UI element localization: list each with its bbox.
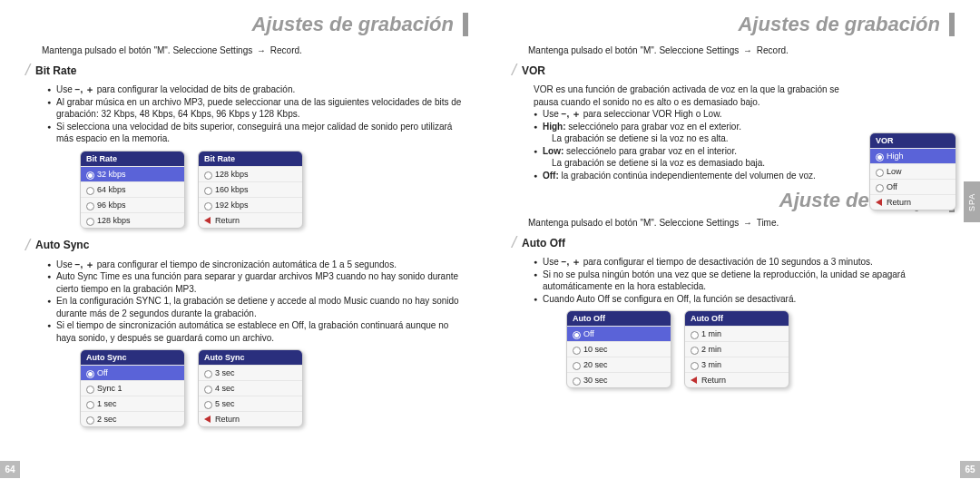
- menu-item: 1 min: [685, 326, 789, 341]
- section-heading: / Bit Rate: [25, 61, 468, 80]
- menu-item: 20 sec: [567, 357, 671, 372]
- menu-item: 64 kbps: [81, 181, 184, 197]
- section-heading: / Auto Off: [512, 233, 955, 252]
- menu-item: Off: [870, 179, 956, 194]
- bullet-list: Use para configurar el tiempo de sincron…: [47, 259, 468, 345]
- menu-row: Auto SyncOffSync 11 sec2 secAuto Sync3 s…: [80, 349, 468, 427]
- menu-item: High: [870, 148, 956, 163]
- menu-header: Auto Sync: [81, 350, 184, 365]
- minus-plus-icon: [75, 84, 94, 94]
- section-heading: / VOR: [512, 61, 955, 80]
- section-heading: / Auto Sync: [25, 236, 468, 255]
- bullet-list: Use para seleccionar VOR High o Low. Hig…: [534, 108, 869, 181]
- menu-item: 4 sec: [199, 380, 302, 396]
- page-number: 64: [0, 461, 20, 478]
- device-menu: Auto Off1 min2 min3 minReturn: [684, 310, 789, 388]
- page-right: Ajustes de grabación Mantenga pulsado el…: [490, 0, 980, 489]
- arrow-icon: [255, 45, 268, 55]
- menu-row: VORHighLowOffReturn: [869, 132, 956, 210]
- menu-item: Off: [81, 365, 184, 380]
- vor-description: VOR es una función de grabación activada…: [534, 83, 860, 108]
- language-tab: SPA: [964, 181, 980, 222]
- minus-plus-icon: [562, 109, 581, 119]
- slash-icon: /: [512, 233, 516, 252]
- slash-icon: /: [25, 61, 30, 80]
- menu-item: 3 min: [685, 357, 789, 372]
- menu-header: Auto Off: [685, 311, 789, 326]
- menu-header: Auto Off: [567, 311, 671, 326]
- menu-item-return: Return: [870, 194, 956, 210]
- menu-header: VOR: [870, 133, 956, 148]
- menu-item: 2 min: [685, 341, 789, 357]
- menu-item: 192 kbps: [199, 197, 302, 212]
- menu-item: 10 sec: [567, 341, 671, 357]
- menu-header: Bit Rate: [81, 152, 184, 166]
- menu-item: Sync 1: [81, 380, 184, 396]
- page-title: Ajustes de grabación: [512, 13, 955, 36]
- menu-item-return: Return: [199, 212, 302, 228]
- menu-header: Bit Rate: [199, 152, 302, 166]
- slash-icon: /: [512, 61, 516, 80]
- menu-item: 5 sec: [199, 396, 302, 411]
- device-menu: VORHighLowOffReturn: [869, 132, 956, 210]
- menu-item: Low: [870, 163, 956, 179]
- minus-plus-icon: [75, 259, 94, 269]
- menu-item: 30 sec: [567, 372, 671, 387]
- device-menu: Auto OffOff10 sec20 sec30 sec: [566, 310, 671, 388]
- menu-item: 2 sec: [81, 411, 184, 426]
- bullet-list: Use para configurar el tiempo de desacti…: [534, 256, 955, 305]
- menu-item: Off: [567, 326, 671, 341]
- arrow-icon: [741, 218, 754, 228]
- menu-item: 96 kbps: [81, 197, 184, 212]
- menu-row: Auto OffOff10 sec20 sec30 secAuto Off1 m…: [566, 310, 955, 388]
- menu-item-return: Return: [199, 411, 302, 426]
- menu-item: 3 sec: [199, 365, 302, 380]
- menu-item: 1 sec: [81, 396, 184, 411]
- menu-item: 32 kbps: [81, 166, 184, 181]
- menu-item: 160 kbps: [199, 181, 302, 197]
- menu-item-return: Return: [685, 372, 789, 387]
- menu-header: Auto Sync: [199, 350, 302, 365]
- minus-plus-icon: [562, 257, 581, 267]
- device-menu: Auto SyncOffSync 11 sec2 sec: [80, 349, 185, 427]
- menu-row: Bit Rate32 kbps64 kbps96 kbps128 kbpsBit…: [80, 151, 468, 229]
- device-menu: Bit Rate32 kbps64 kbps96 kbps128 kbps: [80, 151, 185, 229]
- intro-text: Mantenga pulsado el botón "M". Seleccion…: [528, 45, 955, 55]
- arrow-icon: [741, 45, 754, 55]
- slash-icon: /: [25, 236, 30, 255]
- device-menu: Auto Sync3 sec4 sec5 secReturn: [198, 349, 303, 427]
- bullet-list: Use para configurar la velocidad de bits…: [47, 83, 468, 145]
- menu-item: 128 kbps: [199, 166, 302, 181]
- intro-text: Mantenga pulsado el botón "M". Seleccion…: [42, 45, 468, 55]
- page-left: Ajustes de grabación Mantenga pulsado el…: [0, 0, 490, 489]
- page-title: Ajustes de grabación: [25, 13, 468, 36]
- device-menu: Bit Rate128 kbps160 kbps192 kbpsReturn: [198, 151, 303, 229]
- intro-text: Mantenga pulsado el botón "M". Seleccion…: [528, 218, 955, 228]
- menu-item: 128 kbps: [81, 212, 184, 228]
- page-number: 65: [960, 461, 980, 478]
